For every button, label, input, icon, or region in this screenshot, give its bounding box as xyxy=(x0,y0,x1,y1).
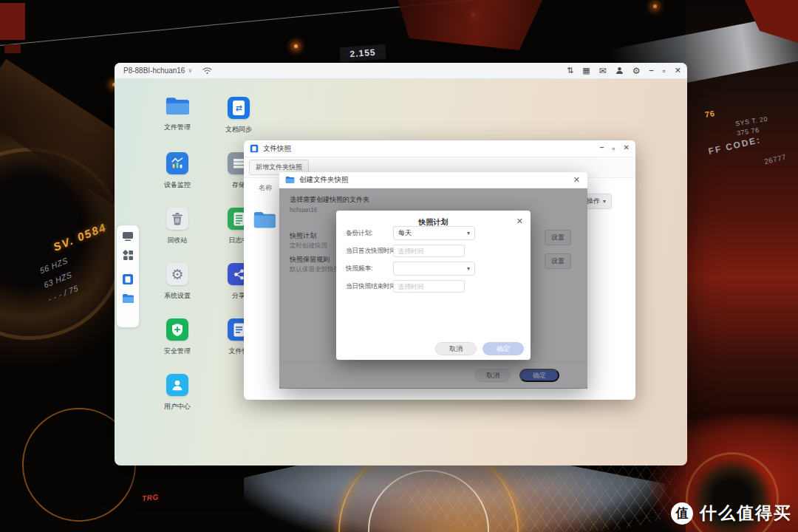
wallpaper-red-shape xyxy=(0,3,25,40)
desktop-icon-label: 安全管理 xyxy=(164,347,191,356)
maximize-icon[interactable] xyxy=(663,66,666,75)
file-snapshot-doc-icon[interactable] xyxy=(122,273,134,285)
wallpaper-red-shape xyxy=(4,44,21,53)
desktop-icon-recycle-bin[interactable]: 回收站 xyxy=(154,208,201,245)
snapshot-end-time-input[interactable] xyxy=(393,280,465,293)
snapshot-end-time-label: 当日快照结束时间: xyxy=(346,282,393,291)
backup-plan-label: 备份计划: xyxy=(346,229,393,238)
watermark: 值 什么值得买 xyxy=(671,502,792,525)
desktop-icon-user-center[interactable]: 用户中心 xyxy=(154,374,201,412)
desktop-icon-label: 用户中心 xyxy=(164,402,191,412)
wallpaper-red-shape xyxy=(398,0,542,50)
snapshot-frequency-label: 快照频率: xyxy=(346,265,393,273)
close-icon[interactable] xyxy=(516,216,523,226)
device-monitor-icon xyxy=(166,152,188,174)
sort-icon[interactable] xyxy=(567,66,573,75)
system-settings-icon: ⚙ xyxy=(166,263,188,285)
watermark-brand: 什么值得买 xyxy=(700,502,792,525)
cancel-button[interactable]: 取消 xyxy=(435,342,477,355)
close-icon[interactable] xyxy=(624,143,630,154)
file-manager-folder-icon xyxy=(166,97,189,117)
device-name: P8-88BI-hchuan16 xyxy=(123,66,185,75)
user-icon[interactable] xyxy=(615,66,624,75)
desktop-icon-device-monitor[interactable]: 设备监控 xyxy=(154,152,201,190)
hud-trg: TRG xyxy=(141,493,159,502)
desktop-icon-label: 文档同步 xyxy=(225,125,252,134)
desktop-icon-doc-sync[interactable]: ⇄ 文档同步 xyxy=(215,97,262,134)
close-icon[interactable] xyxy=(573,175,580,185)
layout-grid-icon[interactable] xyxy=(582,66,590,75)
snapshot-plan-dialog: 快照计划 备份计划: 每天 当日首次快照时间: 快照频率: 当日快照结束时间: … xyxy=(336,211,531,360)
desktop-icon-file-manager[interactable]: 文件管理 xyxy=(154,97,201,132)
glow-dot xyxy=(653,4,657,8)
screen: 2.155 SV. 0584 56 HZS 63 HZS - - - / 75 … xyxy=(0,0,798,532)
folder-icon xyxy=(285,176,295,184)
desktop-icon-label: 文件管理 xyxy=(164,123,191,132)
desktop-monitor-icon[interactable] xyxy=(122,231,134,242)
smzdm-logo-icon: 值 xyxy=(671,502,693,525)
mail-icon[interactable] xyxy=(599,66,607,75)
window-title: 文件快照 xyxy=(263,144,291,154)
name-column-header: 名称 xyxy=(259,183,272,193)
form-row: 当日快照结束时间: xyxy=(346,279,465,293)
confirm-button[interactable]: 确定 xyxy=(482,342,524,355)
backup-plan-select[interactable]: 每天 xyxy=(393,226,475,240)
form-row: 当日首次快照时间: xyxy=(346,244,465,258)
dock xyxy=(117,225,139,327)
recycle-bin-icon xyxy=(166,208,188,230)
form-row: 备份计划: 每天 xyxy=(346,226,475,240)
close-icon[interactable] xyxy=(675,66,681,75)
file-snapshot-app-icon xyxy=(250,144,259,153)
desktop-icon-system-settings[interactable]: ⚙ 系统设置 xyxy=(154,263,201,301)
dialog-titlebar[interactable]: 创建文件夹快照 xyxy=(279,172,587,188)
desktop-icon-label: 系统设置 xyxy=(164,291,191,301)
window-titlebar[interactable]: 文件快照 xyxy=(244,140,635,157)
first-snapshot-time-input[interactable] xyxy=(393,245,465,257)
doc-sync-icon: ⇄ xyxy=(228,97,250,119)
titlebar-controls xyxy=(567,63,681,78)
maximize-icon[interactable] xyxy=(612,143,615,154)
dialog-title: 创建文件夹快照 xyxy=(299,175,349,185)
settings-gear-icon[interactable] xyxy=(632,66,641,75)
desktop-titlebar: P8-88BI-hchuan16 xyxy=(115,63,687,79)
window-controls xyxy=(600,143,630,154)
first-snapshot-time-label: 当日首次快照时间: xyxy=(346,247,393,256)
security-shield-icon xyxy=(166,318,188,341)
desktop-icon-label: 回收站 xyxy=(168,236,188,245)
device-name-menu[interactable]: P8-88BI-hchuan16 xyxy=(123,66,192,75)
hud-speed-value: 2.155 xyxy=(339,44,386,62)
minimize-icon[interactable] xyxy=(600,143,604,154)
desktop-icon-security[interactable]: 安全管理 xyxy=(154,318,201,356)
glow-dot xyxy=(294,44,298,48)
minimize-icon[interactable] xyxy=(649,66,653,75)
apps-grid-icon[interactable] xyxy=(123,250,134,261)
form-row: 快照频率: xyxy=(346,262,475,276)
hud-right-orange: 76 xyxy=(704,109,715,119)
snapshot-row-folder-icon[interactable] xyxy=(253,211,276,230)
wifi-icon[interactable] xyxy=(202,66,212,75)
user-center-icon xyxy=(166,374,188,396)
desktop-icon-label: 设备监控 xyxy=(164,180,191,190)
snapshot-frequency-select[interactable] xyxy=(393,262,475,276)
file-manager-folder-icon[interactable] xyxy=(122,293,134,304)
